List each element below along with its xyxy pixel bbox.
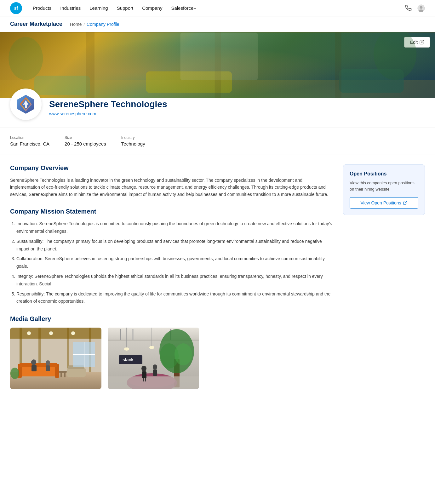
breadcrumb-bar: Career Marketplace Home / Company Profil… xyxy=(0,16,435,32)
svg-rect-38 xyxy=(64,373,66,377)
size-label: Size xyxy=(65,135,106,140)
svg-point-26 xyxy=(27,331,31,335)
hero-banner: Edit xyxy=(0,32,435,98)
svg-text:sf: sf xyxy=(14,6,18,11)
svg-rect-15 xyxy=(180,33,258,80)
user-avatar-icon[interactable] xyxy=(417,4,425,12)
nav-learning[interactable]: Learning xyxy=(86,3,111,13)
list-item: Innovation: SereneSphere Technologies is… xyxy=(16,220,333,235)
open-positions-description: View this companies open positions on th… xyxy=(350,180,418,192)
svg-point-28 xyxy=(71,331,75,335)
svg-point-27 xyxy=(49,331,53,335)
view-open-positions-label: View Open Positions xyxy=(361,200,401,205)
company-meta-row: Location San Francisco, CA Size 20 - 250… xyxy=(0,128,435,154)
svg-point-56 xyxy=(175,343,192,365)
nav-company[interactable]: Company xyxy=(139,3,165,13)
svg-rect-37 xyxy=(60,373,62,377)
industry-label: Industry xyxy=(121,135,145,140)
svg-rect-66 xyxy=(145,378,146,381)
svg-point-70 xyxy=(124,347,129,351)
nav-links: Products Industries Learning Support Com… xyxy=(30,3,405,13)
mission-list: Innovation: SereneSphere Technologies is… xyxy=(10,220,333,305)
gallery-grid: slack xyxy=(10,328,333,389)
breadcrumb-home[interactable]: Home xyxy=(70,22,82,27)
svg-point-46 xyxy=(10,368,19,379)
svg-rect-10 xyxy=(86,32,94,98)
external-link-icon xyxy=(403,201,407,205)
svg-rect-65 xyxy=(143,378,144,381)
media-gallery: Media Gallery xyxy=(10,315,333,389)
svg-line-73 xyxy=(405,201,407,203)
svg-rect-68 xyxy=(153,369,157,376)
size-value: 20 - 250 employees xyxy=(65,141,106,146)
list-item: Sustainability: The company's primary fo… xyxy=(16,238,333,253)
breadcrumb-current-page: Company Profile xyxy=(87,22,119,27)
company-size: Size 20 - 250 employees xyxy=(65,135,106,146)
svg-rect-34 xyxy=(67,368,86,377)
salesforce-logo[interactable]: sf xyxy=(10,2,22,14)
svg-point-42 xyxy=(31,359,36,365)
breadcrumb-links: Home / Company Profile xyxy=(70,22,119,27)
svg-rect-45 xyxy=(46,365,50,371)
main-content: Company Overview SereneSphere Technologi… xyxy=(0,154,435,399)
company-location: Location San Francisco, CA xyxy=(10,135,49,146)
company-url[interactable]: www.serenesphere.com xyxy=(49,111,96,116)
svg-rect-36 xyxy=(59,371,67,373)
svg-rect-19 xyxy=(25,104,27,108)
gallery-title: Media Gallery xyxy=(10,315,333,323)
svg-point-44 xyxy=(46,360,50,365)
company-header: SereneSphere Technologies www.serenesphe… xyxy=(0,89,435,128)
gallery-image-2[interactable]: slack xyxy=(108,328,199,389)
content-right: Open Positions View this companies open … xyxy=(343,164,425,389)
breadcrumb-separator: / xyxy=(83,22,85,26)
content-left: Company Overview SereneSphere Technologi… xyxy=(10,164,333,389)
svg-point-63 xyxy=(141,366,146,371)
phone-icon[interactable] xyxy=(405,4,412,12)
svg-text:slack: slack xyxy=(123,357,134,362)
list-item: Collaboration: SereneSphere believes in … xyxy=(16,255,333,270)
svg-rect-64 xyxy=(142,371,146,378)
svg-rect-43 xyxy=(31,365,37,371)
overview-title: Company Overview xyxy=(10,164,333,172)
view-open-positions-button[interactable]: View Open Positions xyxy=(350,197,418,209)
svg-point-3 xyxy=(420,6,423,9)
open-positions-card: Open Positions View this companies open … xyxy=(343,164,425,215)
navigation: sf Products Industries Learning Support … xyxy=(0,0,435,16)
svg-point-72 xyxy=(149,346,154,349)
company-info: SereneSphere Technologies www.serenesphe… xyxy=(49,99,425,120)
svg-rect-12 xyxy=(335,32,341,98)
location-value: San Francisco, CA xyxy=(10,141,49,146)
mission-title: Company Mission Statement xyxy=(10,208,333,215)
nav-right-icons xyxy=(405,4,425,12)
industry-value: Technology xyxy=(121,141,145,146)
company-logo-svg xyxy=(15,93,37,115)
breadcrumb-app-title: Career Marketplace xyxy=(10,21,62,27)
svg-point-67 xyxy=(153,364,157,369)
svg-rect-61 xyxy=(108,376,199,389)
location-label: Location xyxy=(10,135,49,140)
gallery-image-1[interactable] xyxy=(10,328,101,389)
hero-banner-inner: Edit xyxy=(0,32,435,98)
nav-industries[interactable]: Industries xyxy=(57,3,84,13)
svg-rect-21 xyxy=(10,328,101,339)
svg-point-4 xyxy=(419,9,423,12)
company-logo xyxy=(10,89,42,120)
nav-support[interactable]: Support xyxy=(114,3,137,13)
company-name: SereneSphere Technologies xyxy=(49,99,425,109)
open-positions-title: Open Positions xyxy=(350,171,418,177)
svg-point-14 xyxy=(9,37,43,80)
svg-rect-33 xyxy=(20,363,57,367)
list-item: Responsibility: The company is dedicated… xyxy=(16,290,333,306)
company-industry: Industry Technology xyxy=(121,135,145,146)
nav-salesforce-plus[interactable]: Salesforce+ xyxy=(168,3,199,13)
list-item: Integrity: SereneSphere Technologies uph… xyxy=(16,273,333,288)
overview-body: SereneSphere Technologies is a leading i… xyxy=(10,177,333,198)
nav-products[interactable]: Products xyxy=(30,3,54,13)
